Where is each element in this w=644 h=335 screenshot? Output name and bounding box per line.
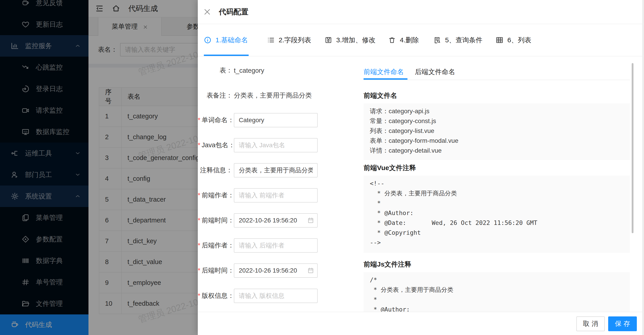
field-label: 前端作者： (198, 191, 232, 200)
form-row-copyright: 版权信息： (198, 289, 318, 303)
code-line: * @Copyright (370, 228, 624, 238)
file-search-icon (434, 36, 441, 44)
tab-label: 前端文件命名 (364, 67, 404, 76)
save-icon (324, 36, 332, 44)
tab-frontend-file-naming[interactable]: 前端文件命名 (364, 66, 404, 77)
step-delete[interactable]: 4.删除 (388, 24, 419, 56)
step-label: 1.基础命名 (216, 35, 248, 45)
section-heading-vue-comment: 前端Vue文件注释 (364, 163, 416, 173)
window-scrollbar[interactable] (642, 0, 644, 335)
frontend-filenames-box: 请求：category-api.js 常量：category-const.js … (364, 103, 630, 160)
vue-comment-box: <!-- * 分类表，主要用于商品分类 * * @Author: * @Date… (364, 176, 630, 253)
step-label: 3.增加、修改 (336, 35, 376, 45)
list-icon (267, 36, 274, 44)
step-label: 2.字段列表 (279, 35, 311, 45)
backend-author-input[interactable] (234, 238, 318, 253)
tab-backend-file-naming[interactable]: 后端文件命名 (415, 66, 455, 77)
code-config-drawer: 代码配置 1.基础命名 2.字段列表 3.增加、修改 4.删除 5、查询条件 (198, 0, 644, 335)
step-field-list[interactable]: 2.字段列表 (267, 24, 311, 56)
close-icon[interactable] (203, 8, 211, 16)
code-line: <!-- (370, 179, 624, 188)
trash-icon (388, 36, 396, 44)
backend-time-input[interactable] (234, 263, 318, 278)
filename-line: 常量：category-const.js (370, 116, 624, 126)
drawer-header: 代码配置 (198, 0, 644, 24)
tab-label: 后端文件命名 (415, 67, 455, 76)
info-circle-icon (204, 36, 212, 44)
frontend-author-input[interactable] (234, 188, 318, 203)
field-label: 表： (198, 66, 232, 75)
field-label: Java包名： (198, 141, 232, 150)
form-row-frontend-time: 前端时间： (198, 213, 318, 228)
drawer-footer: 取消 保存 (198, 312, 644, 335)
frontend-time-input[interactable] (234, 213, 318, 228)
step-list[interactable]: 6、列表 (496, 24, 531, 56)
form-row-frontend-author: 前端作者： (198, 188, 318, 203)
form-row-java-package: Java包名： (198, 138, 318, 152)
cancel-button[interactable]: 取消 (576, 317, 605, 331)
field-label: 注释信息： (198, 166, 232, 175)
form-row-word-naming: 单词命名： (198, 113, 318, 127)
table-comment-value: 分类表，主要用于商品分类 (234, 91, 312, 100)
filename-line: 列表：category-list.vue (370, 126, 624, 136)
active-step-underline (204, 55, 249, 56)
field-label: 单词命名： (198, 116, 232, 125)
drawer-title: 代码配置 (219, 7, 248, 17)
filename-line: 详情：category-detail.vue (370, 146, 624, 156)
form-row-comment-info: 注释信息： (198, 163, 318, 177)
comment-info-input[interactable] (234, 163, 318, 177)
filename-line: 表单：category-form-modal.vue (370, 136, 624, 146)
table-name-value: t_category (234, 67, 264, 74)
field-label: 后端时间： (198, 266, 232, 275)
field-label: 表备注： (198, 91, 232, 100)
code-line: * @Date: Wed, 26 Oct 2022 11:56:20 GMT (370, 218, 624, 228)
form-row-table: 表： t_category (198, 63, 264, 78)
filename-line: 请求：category-api.js (370, 106, 624, 116)
step-label: 4.删除 (400, 35, 419, 45)
code-line: * 分类表，主要用于商品分类 (370, 285, 624, 295)
copyright-input[interactable] (234, 289, 318, 303)
code-line: * (370, 198, 624, 208)
app-root: 意见反馈 更新日志 监控服务 心跳监控 登录日志 请求监控 SQL 数据库监控 (0, 0, 644, 335)
table-icon (496, 36, 503, 44)
step-label: 6、列表 (507, 35, 531, 45)
drawer-scrollbar[interactable] (632, 63, 634, 233)
save-button[interactable]: 保存 (608, 317, 637, 331)
form-row-backend-author: 后端作者： (198, 238, 318, 253)
step-query-conditions[interactable]: 5、查询条件 (434, 24, 482, 56)
preview-tabs-divider (364, 80, 630, 80)
section-heading-js-comment: 前端Js文件注释 (364, 260, 411, 269)
java-package-input[interactable] (234, 138, 318, 152)
code-line: /* (370, 275, 624, 285)
code-line: * (370, 295, 624, 305)
form-row-table-comment: 表备注： 分类表，主要用于商品分类 (198, 88, 312, 103)
active-tab-underline (364, 78, 408, 80)
field-label: 前端时间： (198, 216, 232, 225)
step-label: 5、查询条件 (445, 35, 482, 45)
step-basic-naming[interactable]: 1.基础命名 (204, 24, 248, 56)
steps-bar: 1.基础命名 2.字段列表 3.增加、修改 4.删除 5、查询条件 6、列表 (198, 24, 644, 56)
code-line: --> (370, 238, 624, 248)
word-naming-input[interactable] (234, 113, 318, 127)
field-label: 版权信息： (198, 291, 232, 300)
js-comment-box: /* * 分类表，主要用于商品分类 * * @Author: (364, 272, 630, 312)
field-label: 后端作者： (198, 241, 232, 250)
code-line: * @Author: (370, 305, 624, 312)
step-add-edit[interactable]: 3.增加、修改 (324, 24, 376, 56)
code-line: * 分类表，主要用于商品分类 (370, 188, 624, 198)
section-heading-frontend-filenames: 前端文件名 (364, 91, 397, 100)
code-line: * @Author: (370, 208, 624, 218)
form-row-backend-time: 后端时间： (198, 263, 318, 278)
